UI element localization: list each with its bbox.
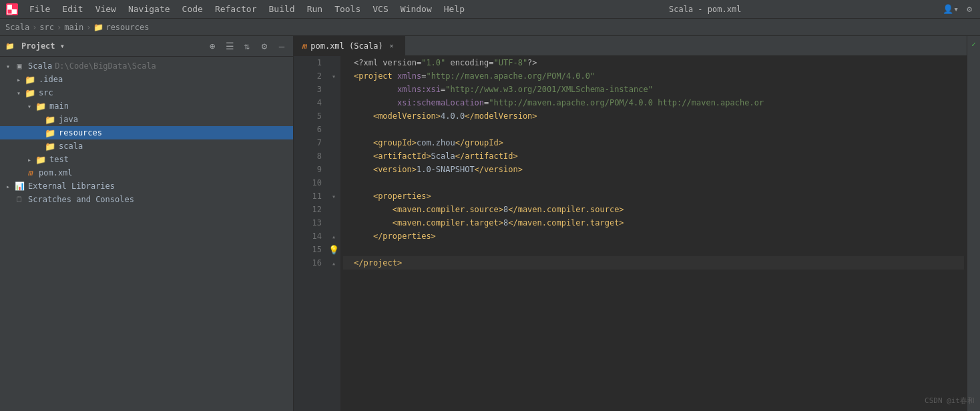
top-right-actions: 👤▾ ⚙	[940, 3, 975, 15]
breadcrumb-main[interactable]: main	[64, 23, 83, 32]
code-line-7: <groupId>com.zhou</groupId>	[343, 136, 964, 149]
sidebar-title: Project ▾	[21, 41, 202, 51]
gear-btn[interactable]: ⚙	[257, 39, 272, 53]
gutter-15: 💡	[327, 243, 340, 256]
editor-tabs: m pom.xml (Scala) ✕	[294, 36, 967, 56]
gutter-11[interactable]: ▾	[327, 189, 340, 203]
tab-close-btn[interactable]: ✕	[387, 41, 397, 51]
add-btn[interactable]: ⊕	[205, 39, 220, 53]
gutter-1	[327, 56, 340, 69]
menu-window[interactable]: Window	[395, 3, 437, 15]
menu-refactor[interactable]: Refactor	[210, 3, 262, 15]
code-line-5: <modelVersion>4.0.0</modelVersion>	[343, 109, 964, 123]
ln-15: 15	[299, 243, 322, 256]
code-line-6	[343, 123, 964, 136]
arrow-extlib: ▸	[3, 183, 13, 190]
tree-item-test[interactable]: ▸ 📁 test	[0, 153, 293, 166]
breadcrumb-scala[interactable]: Scala	[5, 23, 29, 32]
tree-item-java[interactable]: 📁 java	[0, 113, 293, 126]
watermark: CSDN @it春和	[925, 396, 975, 406]
code-line-15	[343, 243, 964, 256]
settings-icon[interactable]: ⚙	[964, 3, 975, 15]
code-line-1: <?xml version="1.0" encoding="UTF-8"?>	[343, 56, 964, 69]
account-icon[interactable]: 👤▾	[940, 3, 961, 15]
menu-tools[interactable]: Tools	[329, 3, 366, 15]
module-icon: ▣	[13, 60, 25, 72]
tree-item-idea[interactable]: ▸ 📁 .idea	[0, 73, 293, 86]
svg-rect-3	[7, 9, 12, 14]
ln-7: 7	[299, 136, 322, 149]
menu-edit[interactable]: Edit	[57, 3, 88, 15]
menu-build[interactable]: Build	[264, 3, 300, 15]
folder-icon: 📁	[93, 23, 103, 32]
breadcrumb-resources[interactable]: 📁 resources	[93, 23, 149, 32]
tree-item-scratch[interactable]: 🗒 Scratches and Consoles	[0, 193, 293, 206]
breadcrumb-src[interactable]: src	[39, 23, 54, 32]
folder-icon-test: 📁	[35, 153, 47, 165]
ln-2: 2	[299, 69, 322, 83]
ln-11: 11	[299, 189, 322, 203]
line-numbers: 1 2 3 4 5 6 7 8 9 10 11 12 13 14 15 16	[294, 56, 327, 411]
code-line-2: <project xmlns="http://maven.apache.org/…	[343, 69, 964, 83]
tree-label-scratch: Scratches and Consoles	[28, 195, 134, 204]
tree-item-scala-root[interactable]: ▾ ▣ Scala D:\Code\BigData\Scala	[0, 59, 293, 73]
close-sidebar-btn[interactable]: —	[274, 39, 289, 53]
ln-6: 6	[299, 123, 322, 136]
code-line-11: <properties>	[343, 189, 964, 203]
gutter-14[interactable]: ▴	[327, 230, 340, 243]
menu-run[interactable]: Run	[302, 3, 328, 15]
tree-item-src[interactable]: ▾ 📁 src	[0, 86, 293, 99]
tree-label-java: java	[59, 115, 78, 124]
fold-close-icon-14[interactable]: ▴	[332, 233, 336, 240]
menu-help[interactable]: Help	[439, 3, 470, 15]
gutter: ▾ ▾ ▴ 💡 ▴	[327, 56, 340, 411]
tab-pom-xml[interactable]: m pom.xml (Scala) ✕	[294, 36, 405, 56]
folder-icon-java: 📁	[44, 113, 56, 125]
gutter-3	[327, 83, 340, 96]
project-tree: ▾ ▣ Scala D:\Code\BigData\Scala ▸ 📁 .ide…	[0, 57, 293, 411]
ln-12: 12	[299, 203, 322, 216]
menu-code[interactable]: Code	[177, 3, 208, 15]
code-line-16: </project>	[343, 256, 964, 270]
tree-label-extlib: External Libraries	[28, 181, 115, 191]
folder-icon-scala: 📁	[44, 140, 56, 152]
fold-open-icon-2[interactable]: ▾	[332, 73, 336, 80]
menu-vcs[interactable]: VCS	[367, 3, 393, 15]
breadcrumb-sep-2: ›	[57, 23, 61, 32]
gutter-2[interactable]: ▾	[327, 69, 340, 83]
code-line-3: xmlns:xsi="http://www.w3.org/2001/XMLSch…	[343, 83, 964, 96]
arrow-scala-root: ▾	[3, 63, 13, 70]
tree-label-resources: resources	[59, 128, 102, 137]
tree-item-main[interactable]: ▾ 📁 main	[0, 99, 293, 113]
sidebar: 📁 Project ▾ ⊕ ☰ ⇅ ⚙ — ▾ ▣ Scala D:\Code\…	[0, 36, 294, 411]
folder-icon-main: 📁	[35, 100, 47, 112]
menu-file[interactable]: File	[24, 3, 55, 15]
tree-item-scala-src[interactable]: 📁 scala	[0, 139, 293, 153]
code-line-13: <maven.compiler.target>8</maven.compiler…	[343, 216, 964, 230]
code-editor: 1 2 3 4 5 6 7 8 9 10 11 12 13 14 15 16 ▾	[294, 56, 967, 411]
expand-all-btn[interactable]: ⇅	[240, 39, 254, 53]
tree-label-scala-src: scala	[59, 141, 83, 151]
pom-icon: m	[24, 167, 36, 179]
ln-14: 14	[299, 230, 322, 243]
code-content[interactable]: <?xml version="1.0" encoding="UTF-8"?> <…	[340, 56, 967, 411]
code-line-14: </properties>	[343, 230, 964, 243]
app-logo	[5, 3, 19, 16]
menu-view[interactable]: View	[90, 3, 121, 15]
tree-item-resources[interactable]: 📁 resources	[0, 126, 293, 139]
fold-open-icon-11[interactable]: ▾	[332, 193, 336, 200]
tree-item-pom[interactable]: m pom.xml	[0, 166, 293, 179]
hint-bulb-icon[interactable]: 💡	[328, 245, 339, 255]
collapse-all-btn[interactable]: ☰	[222, 39, 237, 53]
folder-icon-idea: 📁	[24, 73, 36, 85]
vcs-icon[interactable]: ✓	[969, 39, 979, 49]
menu-navigate[interactable]: Navigate	[123, 3, 176, 15]
fold-close-icon-16[interactable]: ▴	[332, 260, 336, 267]
tree-item-extlib[interactable]: ▸ 📊 External Libraries	[0, 179, 293, 193]
gutter-5	[327, 109, 340, 123]
gutter-16[interactable]: ▴	[327, 256, 340, 270]
breadcrumb: Scala › src › main › 📁 resources	[0, 19, 980, 36]
tree-label-scala-root: Scala	[28, 61, 52, 71]
folder-icon-src: 📁	[24, 87, 36, 99]
gutter-7	[327, 136, 340, 149]
